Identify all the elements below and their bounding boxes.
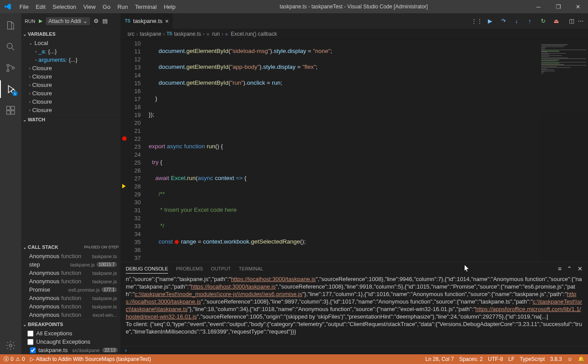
debug-console-input[interactable]: › <box>120 346 588 354</box>
tab-taskpane[interactable]: TS taskpane.ts × <box>120 13 173 29</box>
typescript-icon: TS <box>125 19 131 23</box>
titlebar: File Edit Selection View Go Run Terminal… <box>0 0 588 13</box>
minimap[interactable] <box>539 39 588 262</box>
expand-panel-icon[interactable]: ⌃ <box>567 263 572 274</box>
menu-view[interactable]: View <box>80 2 99 12</box>
step-over-icon[interactable]: ↷ <box>498 15 509 27</box>
start-debug-icon[interactable]: ▶ <box>39 18 42 24</box>
close-tab-icon[interactable]: × <box>165 18 169 25</box>
status-eol[interactable]: LF <box>508 356 514 362</box>
editor-area: TS taskpane.ts × ⋮⋮ ▶ ↷ ↓ ↑ ↻ ⏏ ◫ ⋯ src›… <box>120 13 588 354</box>
search-icon[interactable] <box>0 38 21 56</box>
bp-taskpane-check[interactable] <box>30 347 36 353</box>
scope-closure[interactable]: ›Closure <box>21 106 120 114</box>
run-debug-icon[interactable]: 1 <box>0 80 21 98</box>
menu-file[interactable]: File <box>16 2 32 12</box>
bp-all-exc-check[interactable] <box>27 330 34 337</box>
tab-terminal[interactable]: TERMINAL <box>239 264 263 273</box>
variables-section-header[interactable]: ⌄VARIABLES <box>21 29 120 39</box>
menu-help[interactable]: Help <box>160 2 179 12</box>
link[interactable]: https://localhost:3000/taskpane.js <box>231 276 315 282</box>
editor-content[interactable]: document.getElementById("sideload-msg").… <box>147 39 539 262</box>
callstack-section-header[interactable]: ⌄CALL STACKPAUSED ON STEP <box>21 242 120 252</box>
panel-tabs: DEBUG CONSOLE PROBLEMS OUTPUT TERMINAL ≡… <box>120 262 588 275</box>
bp-uncaught-exceptions[interactable]: Uncaught Exceptions <box>21 338 120 346</box>
debug-badge: 1 <box>12 91 18 96</box>
var-a[interactable]: › _a: {...} <box>21 47 120 56</box>
scope-local[interactable]: ⌄Local <box>21 39 120 47</box>
step-out-icon[interactable]: ↑ <box>524 15 536 27</box>
link[interactable]: https://localhost:3000/taskpane.js <box>191 283 276 290</box>
callstack-row[interactable]: Anonymousfunctiontaskpane.ts <box>21 252 120 260</box>
debug-config-select[interactable]: Attach to Addi ⌄ <box>46 17 90 25</box>
menu-go[interactable]: Go <box>99 2 114 12</box>
feedback-icon[interactable]: ☺ <box>567 356 573 362</box>
menu-selection[interactable]: Selection <box>49 2 79 12</box>
status-encoding[interactable]: UTF-8 <box>488 356 503 362</box>
current-line-arrow: 28 <box>120 182 147 190</box>
step-into-icon[interactable]: ↓ <box>511 15 522 27</box>
maximize-button[interactable]: ❐ <box>548 0 568 13</box>
gutter[interactable]: 10 11 12 13 14 15 16 17 18 19 20 21 22 2… <box>120 39 147 262</box>
close-button[interactable]: ✕ <box>568 0 588 13</box>
bp-all-exceptions[interactable]: All Exceptions <box>21 329 120 338</box>
tab-problems[interactable]: PROBLEMS <box>176 264 203 273</box>
restart-icon[interactable]: ↻ <box>537 15 549 27</box>
tab-bar: TS taskpane.ts × ⋮⋮ ▶ ↷ ↓ ↑ ↻ ⏏ ◫ ⋯ <box>120 13 588 29</box>
drag-handle-icon[interactable]: ⋮⋮ <box>471 15 483 27</box>
debug-settings-icon[interactable]: ⚙ <box>94 18 99 24</box>
close-panel-icon[interactable]: ✕ <box>577 263 583 274</box>
debug-console-output[interactable]: n","source":{"name":"taskpane.js","path"… <box>120 275 588 346</box>
menu-run[interactable]: Run <box>114 2 131 12</box>
disconnect-icon[interactable]: ⏏ <box>551 15 562 27</box>
link[interactable]: c:\\taskpaneTest\\node_modules\\core-js\… <box>135 291 302 297</box>
bp-taskpane[interactable]: taskpane.tssrc\taskpane22:13 <box>21 346 120 354</box>
svg-rect-5 <box>7 106 10 110</box>
scope-closure[interactable]: ›Closure <box>21 81 120 89</box>
more-actions-icon[interactable]: ⋯ <box>578 18 584 24</box>
callstack-row[interactable]: Anonymousfunctiontaskpane.js <box>21 269 120 277</box>
split-editor-icon[interactable]: ◫ <box>569 18 574 24</box>
status-errors[interactable]: ⓧ0 ⚠0 <box>4 356 25 363</box>
callstack-row[interactable]: Anonymousfunctiontaskpane.ts <box>21 302 120 311</box>
minimize-button[interactable]: ─ <box>528 0 548 13</box>
breakpoint-glyph[interactable] <box>122 136 127 141</box>
watch-section-header[interactable]: ⌄WATCH <box>21 115 120 124</box>
status-lang[interactable]: TypeScript <box>520 356 545 362</box>
statusbar: ⓧ0 ⚠0 ▷Attach to Addin With SourceMaps (… <box>0 354 588 364</box>
tab-output[interactable]: OUTPUT <box>211 264 231 273</box>
callstack-row[interactable]: Anonymousfunctiontaskpane.js <box>21 294 120 302</box>
svg-rect-8 <box>11 106 15 110</box>
breadcrumbs[interactable]: src› taskpane› TStaskpane.ts› ⟐run› ⟐Exc… <box>120 29 588 39</box>
typescript-icon: TS <box>167 31 172 36</box>
var-arguments[interactable]: › arguments: {...} <box>21 56 120 64</box>
status-version[interactable]: 3.8.3 <box>550 356 562 362</box>
vscode-icon <box>4 3 11 10</box>
callstack-row[interactable]: steptaskpane.js10015:7 <box>21 260 120 269</box>
menu-edit[interactable]: Edit <box>32 2 49 12</box>
bottom-panel: DEBUG CONSOLE PROBLEMS OUTPUT TERMINAL ≡… <box>120 262 588 354</box>
svg-point-3 <box>12 67 15 69</box>
status-spaces[interactable]: Spaces: 2 <box>459 356 483 362</box>
scope-closure[interactable]: ›Closure <box>21 89 120 98</box>
scm-icon[interactable] <box>0 59 21 77</box>
tab-debug-console[interactable]: DEBUG CONSOLE <box>126 264 168 274</box>
breakpoints-section-header[interactable]: ⌄BREAKPOINTS <box>21 319 120 329</box>
menu-terminal[interactable]: Terminal <box>131 2 160 12</box>
bp-uncaught-check[interactable] <box>27 339 34 345</box>
scope-closure[interactable]: ›Closure <box>21 72 120 81</box>
callstack-row[interactable]: Anonymousfunctionexcel-win... <box>21 311 120 319</box>
callstack-row[interactable]: Anonymousfunctiontaskpane.js <box>21 277 120 285</box>
filter-icon[interactable]: ≡ <box>558 263 562 274</box>
continue-icon[interactable]: ▶ <box>484 15 496 27</box>
status-run-config[interactable]: ▷Attach to Addin With SourceMaps (taskpa… <box>30 356 151 362</box>
status-lncol[interactable]: Ln 28, Col 7 <box>425 356 454 362</box>
debug-console-shortcut-icon[interactable]: ▤ <box>102 18 108 24</box>
scope-closure[interactable]: ›Closure <box>21 98 120 106</box>
settings-gear-icon[interactable] <box>0 337 21 354</box>
bell-icon[interactable]: 🔔 <box>578 356 584 362</box>
extensions-icon[interactable] <box>0 101 21 119</box>
scope-closure[interactable]: ›Closure <box>21 64 120 72</box>
callstack-row[interactable]: Promisees6.promise.js177:1 <box>21 285 120 294</box>
explorer-icon[interactable] <box>0 17 21 34</box>
